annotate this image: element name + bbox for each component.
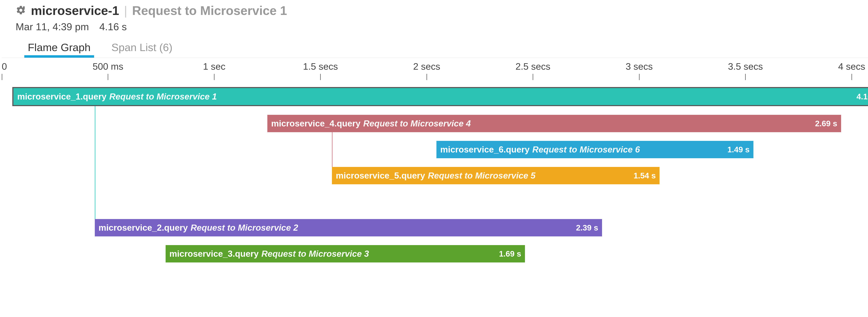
axis-tick-line	[320, 74, 321, 80]
axis-tick: 3.5 secs	[728, 61, 763, 80]
axis-tick-label: 3.5 secs	[728, 61, 763, 72]
tab-span-list[interactable]: Span List (6)	[112, 41, 173, 57]
span-req: Request to Microservice 5	[428, 171, 535, 181]
gears-icon	[16, 5, 26, 16]
axis-tick: 2 secs	[413, 61, 440, 80]
axis-tick: 2.5 secs	[516, 61, 550, 80]
axis-tick-label: 2 secs	[413, 61, 440, 72]
span-op: microservice_3.query	[169, 249, 259, 259]
axis-tick-line	[851, 74, 852, 80]
connector-ms1	[95, 106, 95, 219]
span-bar-ms2[interactable]: microservice_2.query Request to Microser…	[95, 219, 602, 236]
title-row: microservice-1 | Request to Microservice…	[16, 3, 868, 18]
span-duration: 4.16 s	[857, 92, 868, 101]
axis-tick: 1.5 secs	[303, 61, 338, 80]
axis-tick: 500 ms	[93, 61, 123, 80]
axis-tick-label: 0	[2, 61, 7, 72]
span-req: Request to Microservice 2	[191, 223, 298, 233]
axis-tick-line	[108, 74, 108, 80]
span-duration: 2.69 s	[815, 119, 837, 128]
axis-tick-label: 3 secs	[626, 61, 653, 72]
axis-tick: 3 secs	[626, 61, 653, 80]
axis-tick: 4 secs	[838, 61, 865, 80]
axis-tick: 0	[2, 61, 7, 80]
span-req: Request to Microservice 4	[363, 118, 471, 128]
tabs: Flame Graph Span List (6)	[16, 41, 868, 57]
svg-point-0	[23, 6, 25, 8]
axis-tick-label: 4 secs	[838, 61, 865, 72]
axis-tick-label: 2.5 secs	[516, 61, 550, 72]
title-separator: |	[124, 3, 127, 18]
span-bar-ms4[interactable]: microservice_4.query Request to Microser…	[267, 115, 841, 132]
axis-tick-label: 500 ms	[93, 61, 123, 72]
span-op: microservice_4.query	[271, 118, 361, 128]
time-axis: 0500 ms1 sec1.5 secs2 secs2.5 secs3 secs…	[2, 61, 868, 82]
axis-tick-line	[639, 74, 639, 80]
span-op: microservice_5.query	[336, 171, 425, 181]
span-op: microservice_6.query	[440, 145, 529, 154]
axis-tick-label: 1.5 secs	[303, 61, 338, 72]
axis-tick-line	[533, 74, 533, 80]
timestamp-label: Mar 11, 4:39 pm	[16, 21, 89, 32]
span-req: Request to Microservice 1	[109, 91, 217, 102]
axis-tick-label: 1 sec	[203, 61, 225, 72]
service-name: microservice-1	[31, 3, 119, 18]
span-duration: 2.39 s	[576, 223, 598, 232]
span-op: microservice_1.query	[17, 91, 106, 102]
span-bar-ms5[interactable]: microservice_5.query Request to Microser…	[332, 167, 659, 184]
axis-tick-line	[426, 74, 427, 80]
connector-ms4	[332, 132, 333, 167]
span-duration: 1.69 s	[499, 249, 521, 258]
span-bar-ms6[interactable]: microservice_6.query Request to Microser…	[436, 141, 753, 158]
span-bar-ms1[interactable]: microservice_1.query Request to Microser…	[12, 87, 868, 106]
axis-tick-line	[214, 74, 214, 80]
axis-tick: 1 sec	[203, 61, 225, 80]
total-duration-label: 4.16 s	[99, 21, 127, 32]
span-duration: 1.54 s	[633, 171, 656, 180]
flame-graph-area[interactable]: microservice_1.query Request to Microser…	[2, 82, 868, 264]
header-divider	[2, 58, 868, 58]
axis-tick-line	[2, 74, 2, 80]
span-op: microservice_2.query	[99, 223, 188, 233]
axis-tick-line	[745, 74, 746, 80]
meta-row: Mar 11, 4:39 pm 4.16 s	[16, 21, 868, 32]
span-req: Request to Microservice 3	[261, 249, 369, 259]
span-req: Request to Microservice 6	[532, 145, 640, 154]
span-bar-ms3[interactable]: microservice_3.query Request to Microser…	[166, 245, 525, 262]
trace-header: microservice-1 | Request to Microservice…	[2, 3, 868, 57]
span-duration: 1.49 s	[727, 145, 750, 154]
tab-flame-graph[interactable]: Flame Graph	[28, 41, 91, 57]
request-name: Request to Microservice 1	[132, 3, 287, 18]
